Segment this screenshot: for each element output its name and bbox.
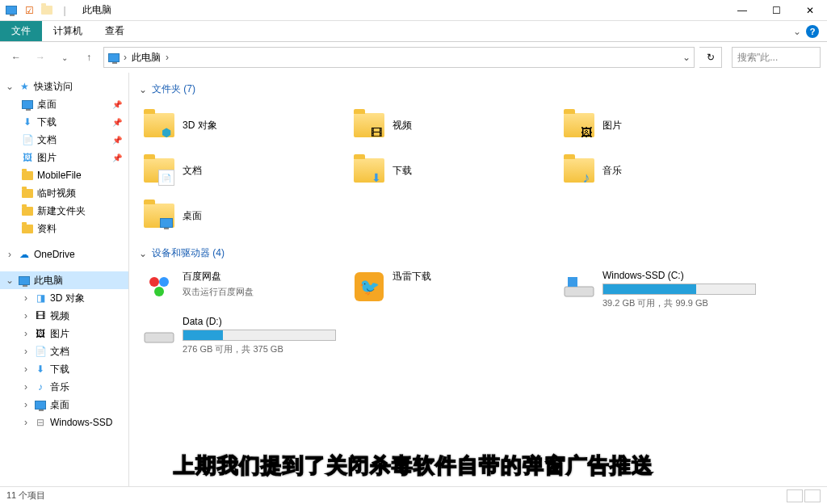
folder-item-documents[interactable]: 📄 文档: [139, 148, 349, 193]
chevron-right-icon[interactable]: ›: [166, 52, 169, 63]
sidebar-item-desktop[interactable]: › 桌面: [0, 396, 128, 414]
sidebar-onedrive[interactable]: › ☁ OneDrive: [0, 246, 128, 263]
item-label: 文档: [183, 164, 202, 178]
item-label: 下载: [393, 164, 412, 178]
item-subtitle: 39.2 GB 可用，共 99.9 GB: [602, 297, 766, 309]
pc-icon: [107, 51, 120, 64]
section-header-folders[interactable]: ⌄ 文件夹 (7): [139, 82, 817, 96]
drive-item-c[interactable]: Windows-SSD (C:) 39.2 GB 可用，共 99.9 GB: [559, 267, 769, 313]
recent-button[interactable]: ⌄: [55, 48, 74, 67]
view-details-button[interactable]: [787, 489, 803, 502]
chevron-right-icon[interactable]: ›: [5, 249, 15, 260]
address-dropdown-icon[interactable]: ⌄: [682, 52, 691, 63]
up-button[interactable]: ↑: [79, 48, 99, 67]
chevron-right-icon[interactable]: ›: [21, 328, 31, 339]
pin-icon: 📌: [112, 153, 122, 162]
minimize-button[interactable]: —: [725, 0, 759, 21]
drive-item-xunlei[interactable]: 🐦 迅雷下载: [349, 267, 559, 313]
chevron-down-icon[interactable]: ⌄: [139, 248, 147, 259]
folder-item-pictures[interactable]: 🖼 图片: [559, 103, 769, 148]
star-icon: ★: [18, 80, 31, 93]
address-bar[interactable]: › 此电脑 › ⌄: [103, 47, 695, 68]
sidebar-quick-access[interactable]: ⌄ ★ 快速访问: [0, 78, 128, 95]
sidebar-item-pictures[interactable]: › 🖼 图片: [0, 325, 128, 342]
folder-item-downloads[interactable]: ⬇ 下载: [349, 148, 559, 193]
chevron-right-icon[interactable]: ›: [21, 363, 31, 375]
breadcrumb-root[interactable]: 此电脑: [130, 51, 162, 65]
item-label: Data (D:): [183, 316, 346, 327]
sidebar-item-documents[interactable]: 📄 文档 📌: [0, 131, 128, 149]
sidebar-item-downloads[interactable]: › ⬇ 下载: [0, 360, 128, 378]
folder-icon: ⬇: [352, 153, 386, 187]
section-title: 文件夹 (7): [152, 82, 195, 96]
sidebar-item-videos[interactable]: › 🎞 视频: [0, 307, 128, 325]
chevron-down-icon[interactable]: ⌄: [5, 275, 15, 286]
chevron-down-icon[interactable]: ⌄: [5, 81, 15, 92]
statusbar: 11 个项目: [0, 486, 827, 504]
chevron-right-icon[interactable]: ›: [21, 346, 31, 357]
window-title: 此电脑: [82, 3, 111, 17]
drive-icon: [142, 316, 176, 350]
sidebar-item-label: 资料: [37, 222, 57, 236]
sidebar-item-pictures[interactable]: 🖼 图片 📌: [0, 149, 128, 166]
tab-view[interactable]: 查看: [94, 21, 136, 41]
folder-item-videos[interactable]: 🎞 视频: [349, 103, 559, 148]
ribbon-expand-icon[interactable]: ⌄: [793, 26, 801, 37]
sidebar-item-label: 快速访问: [34, 80, 73, 94]
chevron-right-icon[interactable]: ›: [21, 399, 31, 410]
chevron-down-icon[interactable]: ⌄: [139, 84, 147, 95]
folder-qat-icon[interactable]: [40, 4, 53, 17]
checkbox-qat-icon[interactable]: ☑: [23, 4, 36, 17]
sidebar-this-pc[interactable]: ⌄ 此电脑: [0, 271, 128, 289]
folder-item-desktop[interactable]: 桌面: [139, 193, 349, 238]
sidebar-item-label: 下载: [37, 116, 57, 129]
close-button[interactable]: ✕: [793, 0, 827, 21]
sidebar-item-mobilefile[interactable]: MobileFile: [0, 166, 128, 184]
item-label: 3D 对象: [183, 119, 217, 132]
content-area: ⌄ 文件夹 (7) ⬢ 3D 对象 🎞 视频 🖼 图片 📄 文档 ⬇ 下载: [129, 73, 827, 486]
view-large-button[interactable]: [804, 489, 821, 502]
help-icon[interactable]: ?: [806, 25, 819, 38]
sidebar-item-temp-video[interactable]: 临时视频: [0, 184, 128, 202]
folder-item-music[interactable]: ♪ 音乐: [559, 148, 769, 193]
chevron-right-icon[interactable]: ›: [124, 52, 127, 63]
sidebar-item-downloads[interactable]: ⬇ 下载 📌: [0, 113, 128, 131]
tab-computer[interactable]: 计算机: [42, 21, 94, 41]
section-header-drives[interactable]: ⌄ 设备和驱动器 (4): [139, 246, 817, 260]
xunlei-icon: 🐦: [352, 270, 386, 304]
tab-file[interactable]: 文件: [0, 21, 42, 41]
sidebar-item-documents[interactable]: › 📄 文档: [0, 342, 128, 360]
desktop-icon: [34, 398, 47, 411]
chevron-right-icon[interactable]: ›: [21, 381, 31, 393]
chevron-right-icon[interactable]: ›: [21, 417, 31, 428]
drive-item-d[interactable]: Data (D:) 276 GB 可用，共 375 GB: [139, 313, 349, 359]
sidebar-item-drive-c[interactable]: › ⊟ Windows-SSD: [0, 414, 128, 431]
chevron-right-icon[interactable]: ›: [21, 292, 31, 304]
sidebar-item-3d[interactable]: › ◨ 3D 对象: [0, 289, 128, 307]
pin-icon: 📌: [112, 136, 122, 145]
sidebar-item-label: 文档: [50, 345, 69, 359]
capacity-bar: [602, 284, 756, 295]
item-label: 桌面: [183, 209, 202, 223]
video-subtitle: 上期我们提到了关闭杀毒软件自带的弹窗广告推送: [174, 452, 653, 480]
svg-rect-3: [565, 287, 594, 296]
refresh-button[interactable]: ↻: [699, 47, 722, 68]
sidebar-item-desktop[interactable]: 桌面 📌: [0, 95, 128, 113]
maximize-button[interactable]: ☐: [759, 0, 793, 21]
sidebar-item-new-folder[interactable]: 新建文件夹: [0, 202, 128, 220]
sidebar-item-label: 3D 对象: [50, 292, 85, 305]
item-label: 迅雷下载: [393, 270, 556, 284]
drive-icon: ⊟: [34, 416, 47, 429]
folder-icon: [21, 169, 34, 182]
back-button[interactable]: ←: [6, 48, 26, 67]
folder-item-3d[interactable]: ⬢ 3D 对象: [139, 103, 349, 148]
sidebar-item-ziliao[interactable]: 资料: [0, 220, 128, 237]
drive-item-baidu[interactable]: 百度网盘 双击运行百度网盘: [139, 267, 349, 313]
search-input[interactable]: 搜索"此...: [732, 47, 821, 68]
item-label: 百度网盘: [183, 270, 346, 284]
forward-button[interactable]: →: [31, 48, 50, 67]
svg-point-0: [149, 277, 159, 287]
chevron-right-icon[interactable]: ›: [21, 310, 31, 321]
folder-icon: [21, 222, 34, 235]
sidebar-item-music[interactable]: › ♪ 音乐: [0, 378, 128, 396]
